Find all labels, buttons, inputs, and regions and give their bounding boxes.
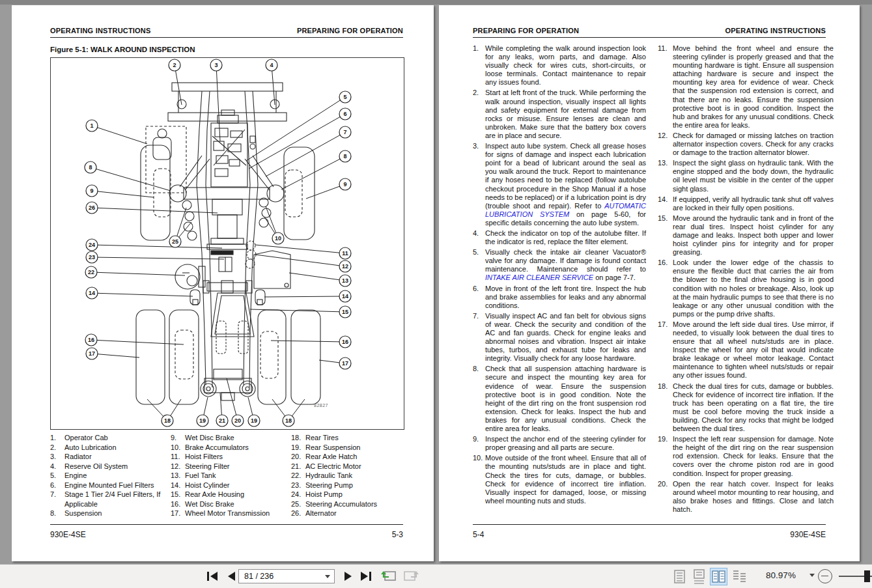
continuous-view-button[interactable] [690,568,708,585]
legend-item: 26.Alternator [291,509,403,518]
callout-number: 24 [89,242,95,248]
text-segment: Check the indicator on top of the autolu… [485,229,646,245]
zoom-dropdown-arrow-icon[interactable] [809,574,815,577]
callout-leader-line [271,341,345,342]
callout-leader-line [246,97,345,161]
legend-item-number: 17. [171,509,185,518]
legend-item-number: 3. [50,452,64,462]
zoom-slider-handle[interactable] [864,570,870,582]
instruction-number: 13. [658,159,673,193]
next-page-button[interactable] [340,568,356,584]
instruction-item: 8.Check that all suspension attaching ha… [473,365,646,433]
legend-item: 18.Rear Tires [291,433,403,443]
instruction-number: 17. [658,320,673,380]
callout-number: 3 [214,62,218,68]
instruction-item: 10.Move outside of the front wheel. Ensu… [473,454,646,505]
instruction-number: 6. [473,285,485,310]
legend-item-number: 21. [291,462,305,471]
instruction-item: 9.Inspect the anchor end of the steering… [473,435,646,452]
legend-item-number: 7. [50,490,64,509]
instruction-item: 20.Open the rear hatch cover. Inspect fo… [658,480,834,514]
legend-item-label: Alternator [305,509,403,518]
footer-model: 930E-4SE [790,530,826,539]
legend-item: 13.Fuel Tank [171,471,288,481]
next-view-button[interactable] [401,568,419,584]
facing-pages-view-button[interactable] [710,568,727,585]
legend-item-number: 5. [50,471,64,481]
text-segment: Check that all suspension attaching hard… [485,365,646,432]
legend-column-1: 1.Operator Cab2.Auto Lubrication3.Radiat… [50,433,167,518]
instruction-item: 16.Look under the lower edge of the chas… [658,259,834,318]
instruction-item: 15.Move around the hydraulic tank and in… [658,214,834,257]
legend-item-number: 26. [291,509,305,518]
instruction-number: 15. [658,214,673,257]
legend-item-number: 10. [171,443,185,453]
legend-item: 17.Wheel Motor Transmission [171,509,288,518]
legend-item-label: Reserve Oil System [64,462,167,471]
callout-leader-line [255,255,345,266]
callout-number: 7 [343,129,346,135]
callout-number: 22 [88,269,94,275]
legend-item-label: Rear Axle Housing [185,490,288,499]
instruction-text: Check for damaged or missing latches on … [673,132,834,157]
instruction-text: Open the rear hatch cover. Inspect for l… [673,480,834,514]
callout-number: 8 [343,153,346,160]
callout-number: 1 [90,122,93,129]
instruction-text: Move behind the front wheel and ensure t… [673,44,834,130]
callout-number: 6 [343,111,346,117]
text-segment: Move around the hydraulic tank and in fr… [673,214,834,256]
page-dropdown-arrow-icon[interactable] [325,575,330,578]
instruction-item: 13.Inspect the sight glass on hydraulic … [658,159,834,193]
text-segment: Inspect the left rear suspension for dam… [673,435,834,477]
page-number-input[interactable]: 81 / 236 [238,569,335,583]
facing-continuous-view-button[interactable] [731,568,748,585]
zoom-out-button[interactable] [818,569,832,583]
instruction-number: 2. [473,89,485,140]
legend-item: 1.Operator Cab [50,433,167,443]
footer-page-number: 5-3 [392,530,403,539]
cross-reference-link[interactable]: INTAKE AIR CLEANER SERVICE [485,273,593,281]
callout-leader-line [92,126,147,144]
legend-item-label: Hoist Cylinder [185,481,288,490]
callout-number: 21 [219,417,225,424]
instruction-text: Check the dual tires for cuts, damage or… [673,382,834,434]
footer-rule [50,524,403,525]
instruction-number: 4. [473,229,485,246]
zoom-level-label: 80.97% [761,570,801,580]
legend-item: 19.Rear Suspension [291,443,403,453]
legend-item: 5.Engine [50,471,167,481]
instruction-text: Visually check the intake air cleaner Va… [485,248,646,282]
legend-item: 4.Reserve Oil System [50,462,167,471]
callout-number: 25 [172,238,178,245]
legend-item-number: 18. [291,433,305,443]
previous-page-button[interactable] [224,568,240,584]
callout-number: 12 [342,263,348,270]
callout-number: 16 [88,337,94,343]
legend-item: 21.AC Electric Motor [291,462,403,471]
callout-leader-line [250,309,345,312]
instruction-number: 20. [658,480,673,514]
callout-number: 9 [343,181,346,188]
legend-item-label: Steering Accumulators [305,499,403,509]
page-indicator-value: 81 / 236 [244,572,274,581]
instruction-number: 8. [473,365,485,433]
legend-item-number: 16. [171,499,185,509]
legend-item-label: Wheel Motor Transmission [185,509,288,518]
instruction-text: Move around the hydraulic tank and in fr… [673,214,834,257]
legend-item-label: Operator Cab [64,433,167,443]
callout-leader-line [92,191,154,197]
legend-item-number: 12. [171,462,185,471]
single-page-view-button[interactable] [671,568,688,585]
callout-number: 18 [164,417,171,424]
first-page-button[interactable] [204,568,220,584]
callout-number: 13 [342,277,348,284]
previous-view-button[interactable] [380,568,399,584]
legend-item-label: AC Electric Motor [305,462,403,471]
legend-item: 16.Wet Disc Brake [171,499,288,509]
instruction-number: 3. [473,142,485,227]
running-header-left: PREPARING FOR OPERATION [473,27,579,35]
instruction-number: 18. [658,382,673,434]
instruction-item: 19.Inspect the left rear suspension for … [658,435,834,477]
legend-item: 6.Engine Mounted Fuel Filters [50,481,167,490]
last-page-button[interactable] [358,568,374,584]
